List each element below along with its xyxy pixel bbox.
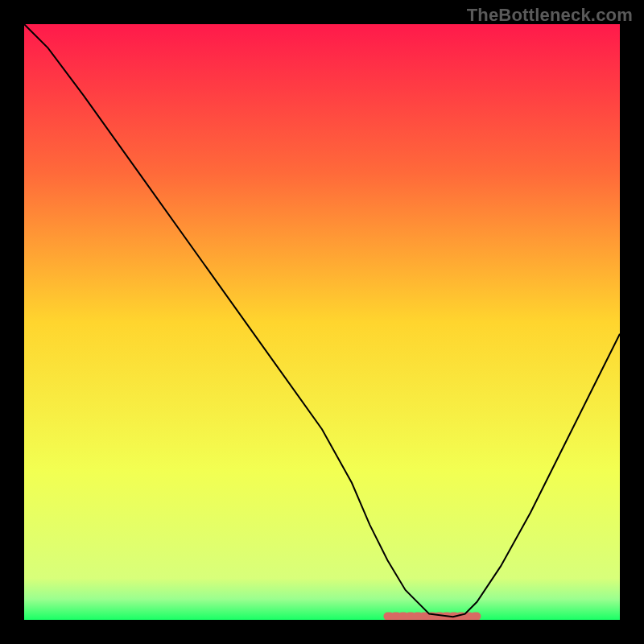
gradient-background <box>24 24 620 620</box>
plot-svg <box>24 24 620 620</box>
chart-frame: TheBottleneck.com <box>0 0 644 644</box>
plot-area <box>24 24 620 620</box>
watermark-text: TheBottleneck.com <box>467 5 633 26</box>
